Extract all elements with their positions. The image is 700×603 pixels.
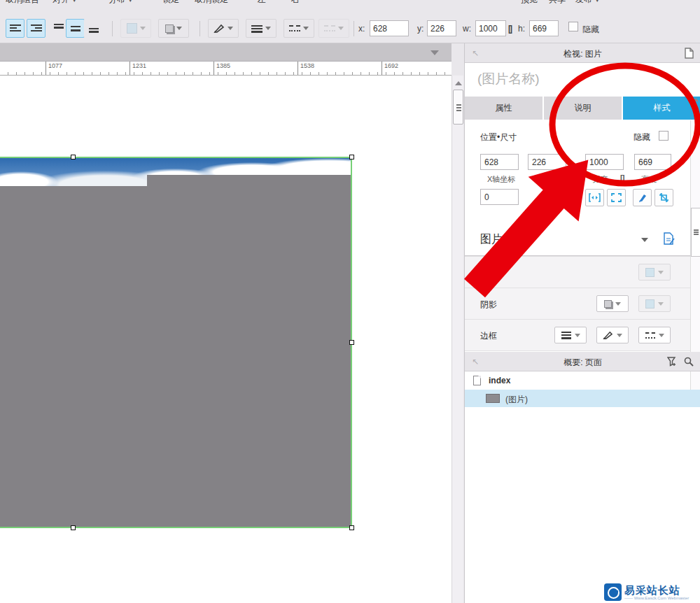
widget-name-field[interactable]: (图片名称) [465, 64, 700, 94]
ruler-tick-label: 1231 [132, 62, 146, 69]
pen-icon [603, 331, 613, 340]
shadow-style-dropdown[interactable] [596, 295, 629, 312]
chevron-down-icon: ▼ [71, 0, 77, 3]
inspector-header: ↖ 检视: 图片 [465, 43, 700, 63]
scroll-up-icon[interactable] [693, 98, 699, 101]
align-right-button[interactable] [27, 19, 46, 38]
outline-title: 概要: 页面 [465, 357, 700, 369]
align-top-icon [53, 24, 64, 33]
menu-item-publish[interactable]: 发布 ▼ [575, 0, 600, 6]
hide-checkbox[interactable] [568, 22, 578, 31]
chevron-down-icon[interactable] [641, 238, 648, 242]
shadow-icon [165, 24, 174, 33]
fill-color-dropdown[interactable] [638, 264, 671, 281]
resize-handle-right-middle[interactable] [349, 340, 354, 345]
resize-handle-top-center[interactable] [71, 155, 76, 159]
menu-item-right[interactable]: 右 [291, 0, 300, 6]
hide-checkbox-panel[interactable] [659, 131, 668, 141]
search-icon[interactable] [684, 357, 694, 367]
ruler-major-tick [130, 62, 130, 75]
menu-item-distribute[interactable]: 分布 ▼ [108, 0, 133, 6]
menu-item-preview[interactable]: 预览 [521, 0, 538, 6]
align-top-button[interactable] [49, 19, 68, 38]
height-label: 高度 [641, 174, 657, 185]
grip-icon [694, 229, 699, 231]
widget-name-placeholder: (图片名称) [477, 70, 540, 88]
width-input[interactable] [585, 154, 624, 170]
y-field-label: y: [417, 24, 424, 34]
chevron-down-icon [430, 50, 439, 55]
chevron-down-icon: ▼ [127, 0, 133, 3]
align-right-icon [31, 24, 42, 33]
chevron-down-icon: ▼ [594, 0, 600, 3]
resize-handle-bottom-center[interactable] [71, 525, 76, 530]
new-note-icon[interactable] [685, 48, 694, 59]
arrow-style-dropdown[interactable] [318, 19, 349, 38]
shadow-row: 阴影 [465, 288, 690, 319]
x-input[interactable] [370, 20, 409, 36]
x-coordinate-input[interactable] [480, 154, 519, 170]
y-input[interactable] [427, 20, 456, 36]
outline-widget-row[interactable]: (图片) [465, 390, 700, 407]
tab-style[interactable]: 样式 [623, 97, 700, 120]
canvas-top-scrollbar[interactable] [0, 43, 451, 62]
watermark: 易采站长站 —— Www.Easck.Com Webmaster [601, 581, 700, 603]
edit-style-icon[interactable] [664, 232, 675, 245]
border-width-dropdown[interactable] [554, 327, 587, 343]
w-input[interactable] [475, 20, 506, 36]
shadow-color-dropdown[interactable] [638, 295, 671, 312]
resize-handle-bottom-right[interactable] [349, 525, 354, 530]
format-painter-button[interactable] [633, 189, 652, 206]
ruler-major-tick [46, 62, 46, 75]
scroll-up-icon[interactable] [455, 81, 462, 85]
menu-item-align[interactable]: 对齐 ▼ [52, 0, 77, 6]
border-color-dropdown[interactable] [596, 327, 629, 343]
scrollbar-thumb[interactable] [453, 90, 463, 125]
line-width-dropdown[interactable] [246, 19, 276, 38]
easck-logo-icon [604, 583, 622, 601]
fill-color-dropdown[interactable] [120, 19, 151, 38]
align-left-button[interactable] [6, 19, 24, 38]
line-color-dropdown[interactable] [208, 19, 239, 38]
tab-notes[interactable]: 说明 [544, 97, 622, 120]
menu-item-unlock[interactable]: 取消锁定 [195, 0, 228, 6]
height-input[interactable] [634, 154, 671, 170]
canvas-vertical-scrollbar[interactable] [451, 76, 463, 603]
tab-properties[interactable]: 属性 [465, 97, 542, 120]
line-width-icon [251, 24, 262, 33]
shadow-dropdown[interactable] [158, 19, 189, 38]
fit-selection-button[interactable] [607, 189, 626, 206]
inspector-panel: ↖ 检视: 图片 (图片名称) 属性 说明 样式 位置•尺寸 隐藏 X轴坐标 宽… [464, 43, 700, 603]
align-middle-icon [70, 24, 81, 33]
line-style-dropdown[interactable] [284, 19, 314, 38]
rotation-input[interactable] [480, 189, 519, 205]
h-input[interactable] [529, 20, 559, 36]
selected-image-widget[interactable] [0, 157, 352, 528]
ruler-major-tick [382, 62, 382, 75]
resize-handle-top-right[interactable] [349, 155, 354, 159]
menu-item-lock[interactable]: 锁定 [162, 0, 179, 6]
x-axis-label: X轴坐标 [487, 174, 515, 185]
position-size-section-label: 位置•尺寸 [480, 132, 517, 143]
menu-item-share[interactable]: 共享 [549, 0, 566, 6]
scrollbar-thumb[interactable] [691, 208, 700, 257]
menu-item-left[interactable]: 左 [258, 0, 266, 6]
fill-row: 填充 [465, 256, 690, 288]
link-wh-icon[interactable]: [] [620, 173, 624, 182]
outline-header: ↖ 概要: 页面 [465, 352, 700, 371]
link-wh-icon[interactable]: [] [508, 24, 511, 34]
align-bottom-button[interactable] [84, 19, 103, 38]
toolbar-separator [112, 21, 113, 36]
dash-style-icon [289, 25, 300, 31]
fit-width-button[interactable] [585, 189, 604, 206]
ruler-tick-label: 1692 [384, 62, 398, 69]
inspector-title: 检视: 图片 [465, 48, 700, 60]
crop-button[interactable] [654, 189, 673, 206]
align-middle-button[interactable] [66, 19, 85, 38]
menu-item-ungroup[interactable]: 取消组合 [6, 0, 39, 6]
y-coordinate-input[interactable] [528, 154, 566, 170]
border-style-dropdown[interactable] [638, 327, 671, 343]
filter-icon[interactable] [667, 357, 677, 367]
outline-page-row[interactable]: index [465, 372, 700, 389]
x-field-label: x: [358, 24, 365, 34]
